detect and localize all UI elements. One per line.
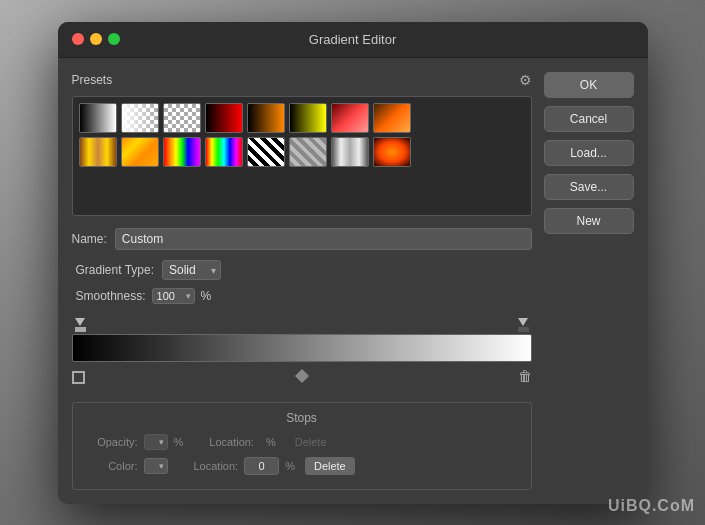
- smoothness-select[interactable]: 100 75 50 25 0: [152, 288, 195, 304]
- preset-orange-glow[interactable]: [373, 137, 411, 167]
- color-stops-row: Color: Location: % Delete: [83, 457, 521, 475]
- color-stop-left[interactable]: [72, 371, 85, 384]
- preset-checker[interactable]: [163, 103, 201, 133]
- stops-section: Stops Opacity: % Location: % Delete C: [72, 402, 532, 490]
- preset-gray-stripes[interactable]: [289, 137, 327, 167]
- color-delete-button[interactable]: Delete: [305, 457, 355, 475]
- new-button[interactable]: New: [544, 208, 634, 234]
- window-title: Gradient Editor: [309, 32, 396, 47]
- preset-dark-orange[interactable]: [373, 103, 411, 133]
- preset-golden[interactable]: [121, 137, 159, 167]
- opacity-location-percent: %: [266, 436, 276, 448]
- smoothness-label: Smoothness:: [76, 289, 146, 303]
- smoothness-row: Smoothness: 100 75 50 25 0 %: [72, 288, 532, 304]
- minimize-button[interactable]: [90, 33, 102, 45]
- bottom-stops-area: 🗑: [72, 364, 532, 384]
- presets-row-2: [79, 137, 525, 167]
- load-button[interactable]: Load...: [544, 140, 634, 166]
- preset-copper[interactable]: [79, 137, 117, 167]
- right-panel: OK Cancel Load... Save... New: [544, 72, 634, 490]
- color-label: Color:: [83, 460, 138, 472]
- gradient-type-select-wrapper[interactable]: Solid Noise: [162, 260, 221, 280]
- color-location-label: Location:: [194, 460, 239, 472]
- gradient-editor-dialog: Gradient Editor Presets ⚙: [58, 22, 648, 504]
- gradient-type-row: Gradient Type: Solid Noise: [72, 260, 532, 280]
- stops-title: Stops: [83, 411, 521, 425]
- name-input[interactable]: [115, 228, 532, 250]
- gradient-type-select[interactable]: Solid Noise: [162, 260, 221, 280]
- ok-button[interactable]: OK: [544, 72, 634, 98]
- preset-dark-red[interactable]: [331, 103, 369, 133]
- presets-label: Presets: [72, 73, 113, 87]
- cancel-button[interactable]: Cancel: [544, 106, 634, 132]
- preset-stripes[interactable]: [247, 137, 285, 167]
- color-location-percent: %: [285, 460, 295, 472]
- presets-header: Presets ⚙: [72, 72, 532, 88]
- gradient-bar-section: 🗑: [72, 318, 532, 384]
- midpoint-diamond[interactable]: [294, 368, 308, 382]
- title-bar: Gradient Editor: [58, 22, 648, 58]
- preset-orange[interactable]: [247, 103, 285, 133]
- color-select[interactable]: [144, 458, 168, 474]
- preset-black-white[interactable]: [79, 103, 117, 133]
- opacity-label: Opacity:: [83, 436, 138, 448]
- opacity-location-label: Location:: [209, 436, 254, 448]
- presets-grid: [72, 96, 532, 216]
- preset-yellow[interactable]: [289, 103, 327, 133]
- preset-rainbow[interactable]: [163, 137, 201, 167]
- gradient-bar[interactable]: [72, 334, 532, 362]
- color-location-input[interactable]: [244, 457, 279, 475]
- dialog-body: Presets ⚙: [58, 58, 648, 504]
- preset-silver[interactable]: [331, 137, 369, 167]
- gradient-type-label: Gradient Type:: [76, 263, 155, 277]
- smoothness-percent: %: [201, 289, 212, 303]
- opacity-delete-button: Delete: [286, 433, 336, 451]
- save-button[interactable]: Save...: [544, 174, 634, 200]
- smoothness-dropdown[interactable]: 100 75 50 25 0: [152, 288, 195, 304]
- traffic-lights: [72, 33, 120, 45]
- preset-full-rainbow[interactable]: [205, 137, 243, 167]
- presets-row-1: [79, 103, 525, 133]
- opacity-stops-row: Opacity: % Location: % Delete: [83, 433, 521, 451]
- opacity-percent: %: [174, 436, 184, 448]
- color-dropdown[interactable]: [144, 458, 168, 474]
- opacity-stop-right[interactable]: [517, 318, 530, 332]
- preset-red[interactable]: [205, 103, 243, 133]
- name-label: Name:: [72, 232, 107, 246]
- opacity-select[interactable]: [144, 434, 168, 450]
- close-button[interactable]: [72, 33, 84, 45]
- opacity-stop-left[interactable]: [74, 318, 87, 332]
- maximize-button[interactable]: [108, 33, 120, 45]
- left-panel: Presets ⚙: [72, 72, 532, 490]
- opacity-dropdown[interactable]: [144, 434, 168, 450]
- name-row: Name:: [72, 228, 532, 250]
- preset-white-transparent[interactable]: [121, 103, 159, 133]
- color-stop-right-trash: 🗑: [518, 368, 532, 384]
- watermark: UiBQ.CoM: [608, 497, 695, 515]
- gear-icon[interactable]: ⚙: [519, 72, 532, 88]
